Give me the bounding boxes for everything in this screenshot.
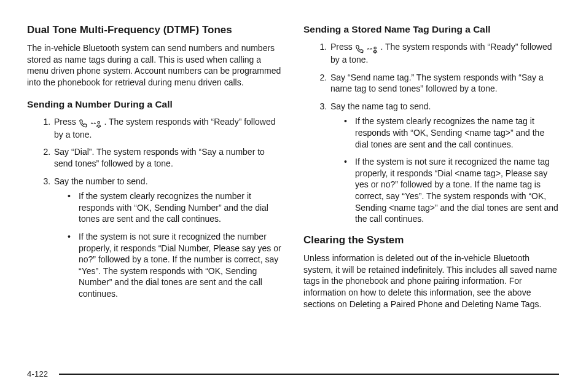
heading-send-number: Sending a Number During a Call: [27, 98, 283, 110]
step-1-after: . The system responds with “Ready” follo…: [330, 42, 552, 65]
step-1-before: Press: [54, 117, 79, 127]
bullet-recognized: If the system clearly recognizes the nam…: [344, 116, 559, 150]
phone-icon: [79, 117, 87, 129]
manual-page: Dual Tone Multi-Frequency (DTMF) Tones T…: [0, 0, 586, 392]
step-3-bullets: If the system clearly recognizes the nam…: [330, 116, 559, 224]
svg-point-0: [97, 122, 100, 124]
dtmf-intro: The in-vehicle Bluetooth system can send…: [27, 42, 283, 88]
step-3-text: Say the number to send.: [54, 176, 148, 186]
bullet-recognized: If the system clearly recognizes the num…: [68, 190, 283, 225]
step-1: Press . The system responds with “Ready”…: [53, 116, 283, 140]
step-1-before: Press: [330, 42, 355, 52]
step-3: Say the number to send. If the system cl…: [53, 176, 283, 300]
step-3-text: Say the name tag to send.: [330, 101, 431, 111]
phone-icon: [355, 42, 364, 54]
bullet-unsure: If the system is not sure it recognized …: [68, 231, 283, 300]
two-column-layout: Dual Tone Multi-Frequency (DTMF) Tones T…: [27, 23, 559, 317]
heading-send-nametag: Sending a Stored Name Tag During a Call: [303, 23, 559, 35]
send-number-steps: Press . The system responds with “Ready”…: [27, 116, 283, 300]
step-1: Press . The system responds with “Ready”…: [329, 41, 559, 65]
right-column: Sending a Stored Name Tag During a Call …: [303, 23, 559, 317]
heading-clearing: Clearing the System: [303, 233, 559, 246]
step-3-bullets: If the system clearly recognizes the num…: [54, 190, 283, 299]
step-2: Say “Dial”. The system responds with “Sa…: [53, 146, 283, 169]
step-1-after: . The system responds with “Ready” follo…: [54, 117, 276, 139]
voice-icon: [90, 117, 102, 129]
left-column: Dual Tone Multi-Frequency (DTMF) Tones T…: [27, 23, 283, 317]
step-3: Say the name tag to send. If the system …: [329, 101, 559, 225]
heading-dtmf: Dual Tone Multi-Frequency (DTMF) Tones: [27, 23, 283, 36]
svg-point-1: [373, 47, 376, 49]
clearing-body: Unless information is deleted out of the…: [303, 253, 559, 310]
voice-icon: [366, 42, 378, 54]
page-number: 4-122: [27, 369, 48, 378]
page-footer: 4-122: [27, 369, 559, 378]
bullet-unsure: If the system is not sure it recognized …: [344, 156, 559, 225]
step-2: Say “Send name tag.” The system responds…: [329, 72, 559, 95]
send-nametag-steps: Press . The system responds with “Ready”…: [303, 41, 559, 225]
footer-rule: [59, 374, 559, 375]
